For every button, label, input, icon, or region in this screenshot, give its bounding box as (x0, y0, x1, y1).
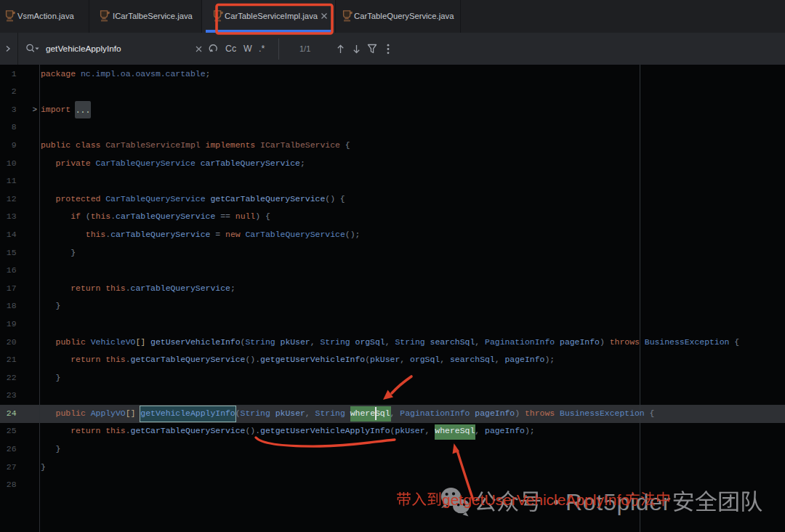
svg-text:getgetUserVehicleApplyInfo: getgetUserVehicleApplyInfo (442, 491, 629, 508)
